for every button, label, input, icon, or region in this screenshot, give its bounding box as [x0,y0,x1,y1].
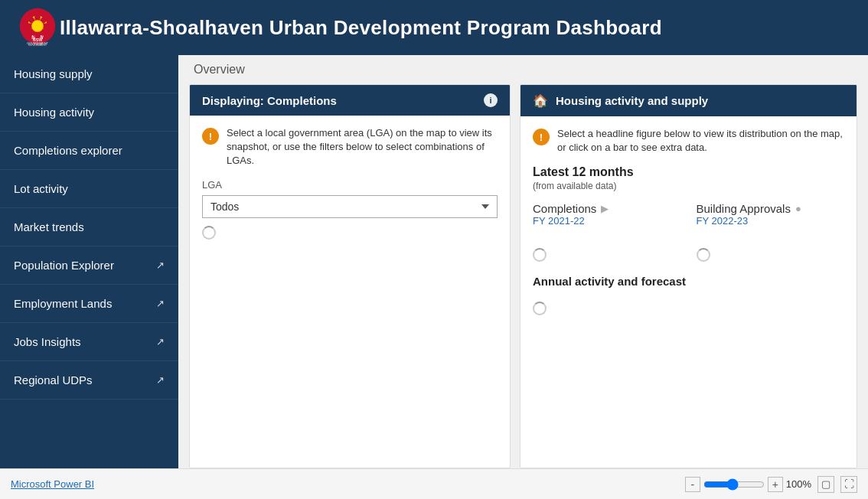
powerbi-link[interactable]: Microsoft Power BI [11,478,94,490]
app-title: Illawarra-Shoalhaven Urban Development P… [60,16,662,40]
sidebar-item-label: Jobs Insights [14,335,81,348]
zoom-slider[interactable] [703,478,765,491]
sidebar-item-label: Housing supply [14,67,93,80]
main-layout: Housing supply Housing activity Completi… [0,55,868,468]
approvals-spinner-area [697,240,845,264]
sidebar-item-population-explorer[interactable]: Population Explorer ↗ [0,246,178,285]
content-area: Overview Displaying: Completions i ! Sel… [178,55,868,468]
fit-to-window-button[interactable]: ▢ [817,476,834,493]
info-description: Select a local government area (LGA) on … [227,126,498,168]
metrics-row: Completions ▶ FY 2021-22 Building Approv… [533,202,844,233]
from-available-label: (from available data) [533,181,844,191]
metric-spinners [533,240,844,264]
right-panel-body: ! Select a headline figure below to view… [520,116,857,468]
breadcrumb: Overview [178,55,868,84]
sidebar-item-label: Population Explorer [14,259,114,272]
info-circle-icon[interactable]: i [484,93,498,107]
sidebar-item-completions-explorer[interactable]: Completions explorer [0,132,178,170]
sidebar-item-market-trends[interactable]: Market trends [0,208,178,246]
sidebar-item-label: Market trends [14,220,84,233]
nsw-logo: NSW GOVERNMENT NSW GOVERNMENT [15,5,60,50]
right-panel: 🏠 Housing activity and supply ! Select a… [520,84,857,468]
left-panel-header: Displaying: Completions i [190,85,510,116]
zoom-percentage: 100% [786,478,811,490]
panels-row: Displaying: Completions i ! Select a loc… [178,84,868,468]
sidebar-item-label: Regional UDPs [14,373,93,386]
annual-loading-spinner [533,302,547,315]
external-link-icon: ↗ [156,298,165,309]
completions-metric: Completions ▶ FY 2021-22 [533,202,681,233]
left-panel-body: ! Select a local government area (LGA) o… [190,116,510,468]
app-header: NSW GOVERNMENT NSW GOVERNMENT Illawarra-… [0,0,868,55]
lga-select[interactable]: Todos [202,195,498,218]
building-approvals-info-icon[interactable]: ● [795,203,801,214]
svg-text:GOVERNMENT: GOVERNMENT [28,44,47,47]
sidebar-item-lot-activity[interactable]: Lot activity [0,170,178,208]
sidebar-item-housing-activity[interactable]: Housing activity [0,93,178,132]
completions-period: FY 2021-22 [533,215,681,227]
footer-bar: Microsoft Power BI - + 100% ▢ ⛶ [0,468,868,499]
latest-12-label: Latest 12 months [533,165,844,179]
approvals-loading-spinner [697,248,710,262]
annual-title: Annual activity and forecast [533,275,844,288]
sidebar-item-housing-supply[interactable]: Housing supply [0,55,178,93]
building-approvals-title: Building Approvals ● [697,202,845,215]
fullscreen-button[interactable]: ⛶ [840,476,857,493]
right-warning-icon: ! [533,129,550,145]
left-panel: Displaying: Completions i ! Select a loc… [189,84,511,468]
footer-right: - + 100% ▢ ⛶ [685,476,857,493]
sidebar-item-regional-udps[interactable]: Regional UDPs ↗ [0,361,178,400]
completions-info-icon[interactable]: ▶ [601,203,609,214]
right-info-description: Select a headline figure below to view i… [557,127,844,155]
sidebar-item-label: Completions explorer [14,144,122,157]
warning-icon: ! [202,128,219,145]
house-icon: 🏠 [533,93,548,108]
building-approvals-metric: Building Approvals ● FY 2022-23 [697,202,845,233]
left-panel-title: Displaying: Completions [202,94,337,107]
sidebar-item-label: Employment Lands [14,297,112,310]
sidebar-item-employment-lands[interactable]: Employment Lands ↗ [0,285,178,323]
zoom-controls: - + 100% [685,477,811,492]
loading-spinner [202,226,216,240]
right-info-row: ! Select a headline figure below to view… [533,127,844,155]
sidebar-item-label: Housing activity [14,106,94,119]
completions-spinner-area [533,240,681,264]
right-panel-header: 🏠 Housing activity and supply [520,85,857,116]
sidebar-item-jobs-insights[interactable]: Jobs Insights ↗ [0,323,178,361]
zoom-in-button[interactable]: + [768,477,783,492]
external-link-icon: ↗ [156,336,165,347]
building-approvals-period: FY 2022-23 [697,215,845,227]
completions-loading-spinner [533,248,547,262]
lga-label: LGA [202,179,498,191]
fit-to-window-icon: ▢ [821,478,830,490]
external-link-icon: ↗ [156,374,165,386]
fullscreen-icon: ⛶ [844,478,854,490]
completions-title: Completions ▶ [533,202,681,215]
svg-point-11 [31,20,43,31]
sidebar: Housing supply Housing activity Completi… [0,55,178,468]
svg-text:NSW: NSW [33,38,42,42]
zoom-out-button[interactable]: - [685,477,700,492]
info-row: ! Select a local government area (LGA) o… [202,126,498,168]
external-link-icon: ↗ [156,259,165,271]
right-panel-title: Housing activity and supply [556,94,708,107]
sidebar-item-label: Lot activity [14,182,68,195]
